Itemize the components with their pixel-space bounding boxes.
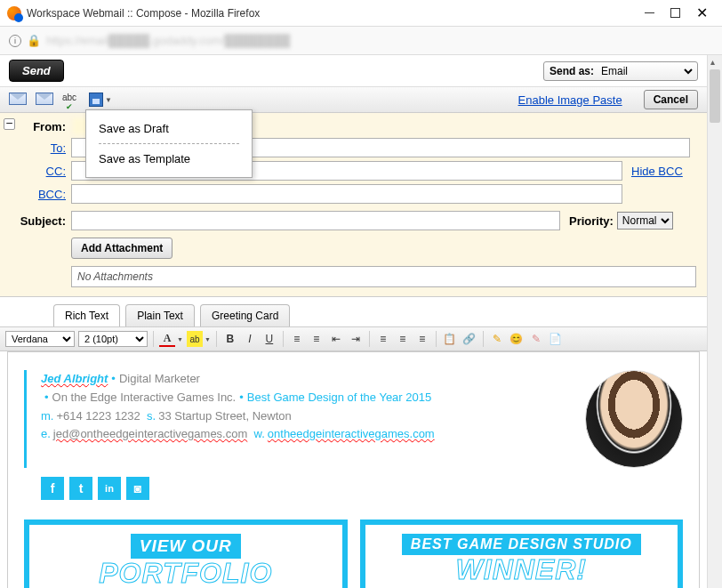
firefox-icon	[7, 6, 21, 20]
subject-label: Subject:	[11, 214, 66, 228]
save-as-template-item[interactable]: Save as Template	[86, 148, 252, 170]
tab-greeting-card[interactable]: Greeting Card	[200, 304, 290, 326]
menu-separator	[99, 143, 239, 144]
envelope-send-icon[interactable]	[9, 93, 27, 107]
to-label[interactable]: To:	[11, 141, 66, 155]
font-color-button[interactable]: A	[159, 331, 175, 347]
send-button[interactable]: Send	[9, 60, 64, 82]
cancel-button[interactable]: Cancel	[644, 90, 698, 109]
close-icon[interactable]: ✕	[696, 9, 708, 18]
save-as-draft-item[interactable]: Save as Draft	[86, 117, 252, 140]
ordered-list-button[interactable]: ≡	[289, 331, 305, 347]
sig-company: On the Edge Interactive Games Inc.	[52, 391, 237, 404]
save-disk-icon	[89, 93, 103, 107]
site-info-icon[interactable]: i	[9, 35, 21, 47]
spellcheck-icon[interactable]: abc	[62, 93, 80, 107]
accent-bar	[24, 370, 27, 468]
banner2-title: BEST GAME DESIGN STUDIO	[402, 534, 641, 555]
indent-button[interactable]: ⇥	[348, 331, 364, 347]
enable-image-paste-link[interactable]: Enable Image Paste	[518, 93, 622, 107]
save-dropdown-menu: Save as Draft Save as Template	[85, 109, 253, 178]
minimize-icon[interactable]	[645, 12, 654, 13]
award-banner[interactable]: BEST GAME DESIGN STUDIO WINNER!	[360, 520, 684, 588]
font-size-select[interactable]: 2 (10pt)	[78, 331, 148, 347]
editor-toolbar: Verdana 2 (10pt) A▼ ab▼ B I U ≡ ≡ ⇤ ⇥ ≡ …	[0, 326, 707, 351]
edit-button[interactable]: ✎	[489, 331, 505, 347]
facebook-icon[interactable]: f	[41, 477, 64, 500]
send-as-select[interactable]: Email	[598, 64, 695, 78]
send-as-selector[interactable]: Send as: Email	[543, 61, 698, 81]
portfolio-banner[interactable]: VIEW OUR PORTFOLIO	[24, 520, 348, 588]
sig-street: 33 Startup Street, Newton	[158, 409, 292, 423]
linkedin-icon[interactable]: in	[98, 477, 121, 500]
instagram-icon[interactable]: ◙	[126, 477, 149, 500]
priority-label: Priority:	[569, 214, 614, 228]
twitter-icon[interactable]: t	[69, 477, 92, 500]
tab-plain-text[interactable]: Plain Text	[125, 304, 195, 326]
vertical-scrollbar[interactable]: ▴ ▾	[707, 55, 722, 588]
cc-label[interactable]: CC:	[11, 165, 66, 178]
envelope-reply-icon[interactable]	[36, 93, 53, 107]
no-attachments-text: No Attachments	[71, 266, 696, 287]
banner1-title: VIEW OUR	[131, 534, 241, 559]
save-dropdown-button[interactable]: ▼ Save as Draft Save as Template	[89, 93, 112, 107]
link-button[interactable]: 🔗	[461, 331, 477, 347]
window-titlebar: Workspace Webmail :: Compose - Mozilla F…	[0, 0, 722, 27]
scroll-up-icon[interactable]: ▴	[710, 57, 715, 67]
highlight-button[interactable]: ab	[187, 331, 203, 347]
outdent-button[interactable]: ⇤	[328, 331, 344, 347]
window-title: Workspace Webmail :: Compose - Mozilla F…	[27, 7, 645, 20]
sig-email: jed@ontheedgeinteractivegames.com	[53, 427, 247, 440]
font-family-select[interactable]: Verdana	[5, 331, 75, 347]
banner1-subtitle: PORTFOLIO	[36, 557, 335, 588]
sig-name: Jed Albright	[41, 372, 108, 385]
emoji-button[interactable]: 😊	[509, 331, 525, 347]
signature-button[interactable]: ✎	[528, 331, 544, 347]
avatar-photo	[585, 370, 683, 468]
align-right-button[interactable]: ≡	[414, 331, 430, 347]
paste-button[interactable]: 📋	[442, 331, 458, 347]
add-attachment-button[interactable]: Add Attachment	[71, 238, 172, 259]
tab-rich-text[interactable]: Rich Text	[53, 304, 120, 326]
bcc-label[interactable]: BCC:	[11, 188, 66, 201]
url-text: https://email█████.godaddy.com/████████	[46, 34, 290, 47]
banner2-subtitle: WINNER!	[373, 553, 671, 586]
chevron-down-icon: ▼	[105, 96, 112, 104]
send-as-label: Send as:	[550, 65, 594, 77]
underline-button[interactable]: U	[261, 331, 277, 347]
sig-website[interactable]: ontheedgeinteractivegames.com	[268, 427, 435, 440]
from-label: From:	[11, 120, 66, 133]
align-left-button[interactable]: ≡	[375, 331, 391, 347]
unordered-list-button[interactable]: ≡	[309, 331, 325, 347]
email-body[interactable]: Jed Albright•Digital Marketer •On the Ed…	[7, 351, 700, 588]
italic-button[interactable]: I	[242, 331, 258, 347]
scroll-thumb[interactable]	[710, 69, 720, 123]
bcc-input[interactable]	[71, 184, 622, 204]
lock-icon: 🔒	[27, 34, 41, 47]
hide-bcc-link[interactable]: Hide BCC	[631, 165, 683, 178]
sig-award: Best Game Design of the Year 2015	[247, 391, 431, 404]
url-bar: i 🔒 https://email█████.godaddy.com/█████…	[0, 27, 722, 55]
collapse-fields-button[interactable]: –	[4, 118, 15, 130]
align-center-button[interactable]: ≡	[395, 331, 411, 347]
priority-select[interactable]: Normal	[617, 212, 673, 230]
clipboard-button[interactable]: 📄	[548, 331, 564, 347]
bold-button[interactable]: B	[222, 331, 238, 347]
sig-role: Digital Marketer	[119, 372, 200, 385]
maximize-icon[interactable]	[670, 8, 680, 18]
subject-input[interactable]	[71, 211, 560, 230]
sig-mobile: +614 1223 1232	[56, 409, 140, 423]
